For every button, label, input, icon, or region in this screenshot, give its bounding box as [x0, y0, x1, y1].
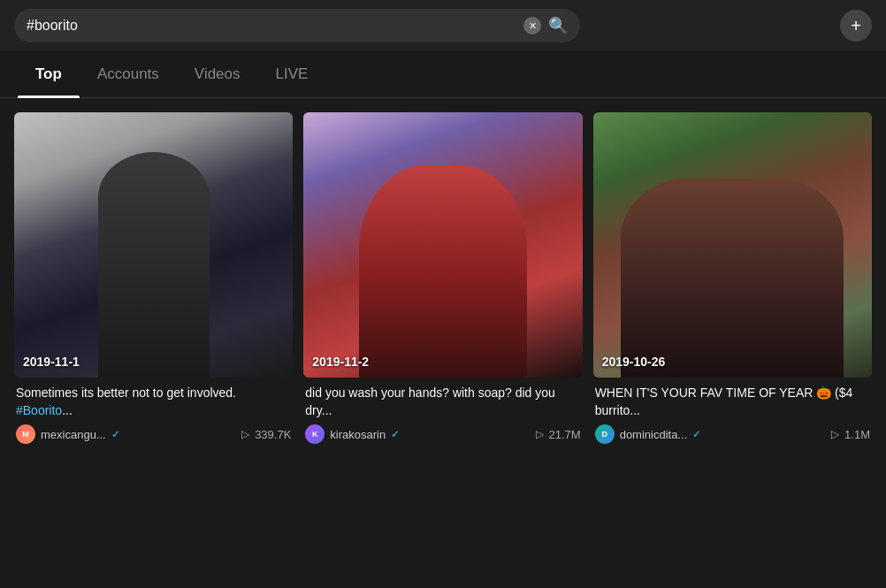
- verified-icon-2: ✓: [391, 428, 400, 440]
- video-date-3: 2019-10-26: [602, 355, 666, 369]
- username-1: mexicangu...: [41, 428, 106, 441]
- tab-top[interactable]: Top: [18, 51, 80, 97]
- video-info-2: did you wash your hands? with soap? did …: [303, 378, 582, 447]
- video-description-1: Sometimes its better not to get involved…: [16, 385, 291, 419]
- add-button[interactable]: +: [840, 10, 872, 42]
- video-thumbnail-3: 2019-10-26: [593, 112, 872, 378]
- header: ✕ 🔍 +: [0, 0, 886, 51]
- tab-videos[interactable]: Videos: [177, 51, 258, 97]
- video-thumbnail-1: 2019-11-1: [14, 112, 293, 378]
- hashtag-1: #Boorito: [16, 403, 62, 417]
- video-meta-1: M mexicangu... ✓ ▷ 339.7K: [16, 424, 291, 444]
- video-date-1: 2019-11-1: [23, 355, 80, 369]
- video-meta-3: D dominicdita... ✓ ▷ 1.1M: [595, 424, 870, 444]
- clear-button[interactable]: ✕: [523, 17, 541, 34]
- video-description-2: did you wash your hands? with soap? did …: [305, 385, 580, 419]
- video-card-2[interactable]: 2019-11-2 did you wash your hands? with …: [303, 112, 582, 447]
- tabs-bar: Top Accounts Videos LIVE: [0, 51, 886, 98]
- verified-icon-1: ✓: [111, 428, 120, 440]
- tab-accounts[interactable]: Accounts: [80, 51, 177, 97]
- search-input[interactable]: [27, 18, 523, 34]
- clear-icon: ✕: [529, 20, 537, 32]
- tab-live[interactable]: LIVE: [258, 51, 326, 97]
- avatar-2: K: [305, 424, 325, 444]
- view-count-2: 21.7M: [549, 428, 581, 441]
- video-description-3: WHEN IT'S YOUR FAV TIME OF YEAR 🎃 ($4 bu…: [595, 385, 870, 419]
- video-thumbnail-2: 2019-11-2: [303, 112, 582, 378]
- view-count-1: 339.7K: [255, 428, 291, 441]
- video-card-1[interactable]: 2019-11-1 Sometimes its better not to ge…: [14, 112, 293, 447]
- search-icon: 🔍: [548, 17, 568, 34]
- play-icon-1: ▷: [241, 428, 249, 440]
- play-icon-3: ▷: [831, 428, 839, 440]
- add-icon: +: [851, 16, 861, 36]
- avatar-3: D: [595, 424, 615, 444]
- video-meta-2: K kirakosarin ✓ ▷ 21.7M: [305, 424, 580, 444]
- verified-icon-3: ✓: [692, 428, 701, 440]
- video-date-2: 2019-11-2: [312, 355, 369, 369]
- avatar-1: M: [16, 424, 35, 444]
- video-info-1: Sometimes its better not to get involved…: [14, 378, 293, 447]
- video-card-3[interactable]: 2019-10-26 WHEN IT'S YOUR FAV TIME OF YE…: [593, 112, 872, 447]
- search-button[interactable]: 🔍: [548, 16, 568, 35]
- video-info-3: WHEN IT'S YOUR FAV TIME OF YEAR 🎃 ($4 bu…: [593, 378, 872, 447]
- username-2: kirakosarin: [330, 428, 386, 441]
- username-3: dominicdita...: [620, 428, 688, 441]
- play-icon-2: ▷: [536, 428, 544, 440]
- view-count-3: 1.1M: [844, 428, 870, 441]
- search-bar: ✕ 🔍: [14, 9, 580, 42]
- video-grid: 2019-11-1 Sometimes its better not to ge…: [0, 98, 886, 462]
